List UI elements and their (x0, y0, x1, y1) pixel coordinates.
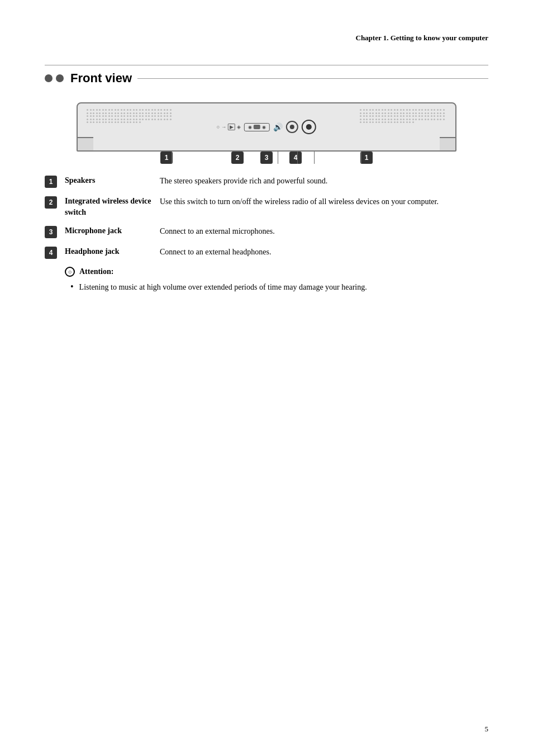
center-controls: ○ → ▶ ◈ ◉ ◉ 🔊 (217, 120, 316, 134)
connector-1-right (361, 152, 361, 164)
mic-jack-diagram (286, 121, 298, 133)
status-icons: ○ → ▶ ◈ (217, 124, 241, 130)
chapter-header-text: Chapter 1. Getting to know your computer (356, 34, 489, 42)
connector-2 (278, 152, 278, 164)
item-label-3: Microphone jack (65, 225, 160, 237)
callout-badge-2: 2 (231, 152, 244, 164)
connector-3 (297, 152, 298, 164)
volume-icon: 🔊 (273, 122, 283, 132)
section-title-row: Front view (45, 65, 488, 86)
item-row-4: 4 Headphone jack Connect to an external … (45, 246, 488, 259)
item-label-4: Headphone jack (65, 246, 160, 257)
laptop-frame: // Generate dots for left grille for(let… (77, 102, 456, 152)
speaker-grille-left: // Generate dots for left grille for(let… (87, 109, 173, 131)
item-badge-2: 2 (45, 196, 57, 209)
callout-badge-1-right: 1 (360, 152, 373, 164)
headphone-jack-diagram (302, 120, 316, 134)
section-icon-dot-1 (45, 74, 53, 82)
item-row-1: 1 Speakers The stereo speakers provide r… (45, 175, 488, 188)
item-badge-3: 3 (45, 226, 57, 238)
section-icon-dot-2 (56, 74, 64, 82)
wireless-switch: ◉ ◉ (244, 123, 270, 131)
item-badge-4: 4 (45, 247, 57, 259)
callout-numbers-row: 1 2 3 4 1 (77, 152, 456, 164)
page-number: 5 (485, 725, 489, 734)
vent-left (77, 137, 93, 152)
speaker-grille-right: for(let i=0; i<130; i++) document.write(… (360, 109, 446, 131)
attention-label: Attention: (79, 267, 113, 276)
item-description-1: The stereo speakers provide rich and pow… (160, 175, 488, 187)
callout-badge-4: 4 (289, 152, 302, 164)
item-label-2: Integrated wireless device switch (65, 196, 160, 218)
item-description-4: Connect to an external headphones. (160, 246, 488, 258)
connector-4 (314, 152, 315, 164)
bullet-text-1: Listening to music at high volume over e… (79, 281, 367, 293)
item-description-3: Connect to an external microphones. (160, 225, 488, 237)
vent-right (440, 137, 456, 152)
section-title-line (137, 78, 488, 79)
callout-badge-3: 3 (260, 152, 273, 164)
item-row-2: 2 Integrated wireless device switch Use … (45, 196, 488, 218)
connector-1-left (172, 152, 172, 164)
section-icon-group (45, 74, 64, 82)
attention-icon: ○ (65, 267, 75, 277)
item-badge-1: 1 (45, 176, 57, 188)
attention-header: ○ Attention: (65, 267, 488, 277)
content-table: 1 Speakers The stereo speakers provide r… (45, 175, 488, 293)
chapter-header: Chapter 1. Getting to know your computer (45, 34, 488, 42)
bullet-symbol: • (70, 281, 74, 293)
section-title: Front view (70, 71, 132, 86)
attention-bullet: • Listening to music at high volume over… (70, 281, 488, 293)
item-description-2: Use this switch to turn on/off the wirel… (160, 196, 488, 207)
callout-badge-1-left: 1 (160, 152, 173, 164)
item-row-3: 3 Microphone jack Connect to an external… (45, 225, 488, 238)
item-label-1: Speakers (65, 175, 160, 186)
laptop-diagram: // Generate dots for left grille for(let… (45, 102, 488, 164)
attention-section: ○ Attention: • Listening to music at hig… (65, 267, 488, 293)
